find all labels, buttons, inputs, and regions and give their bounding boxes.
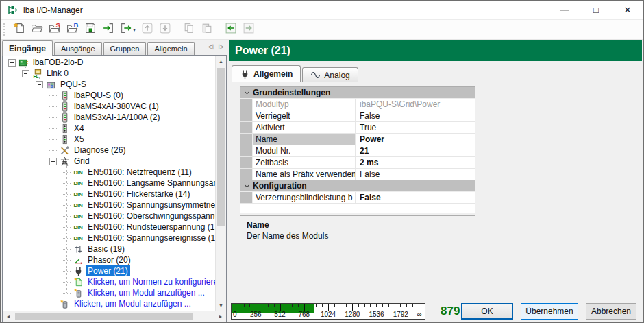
tree-horizontal-scrollbar[interactable]: ◄ ► [3,311,226,322]
description-title: Name [247,220,469,230]
import-icon [102,22,114,37]
detail-tab-analog[interactable]: Analog [302,67,358,82]
property-row[interactable]: Modul Nr.21 [240,145,475,157]
property-value[interactable]: False [356,169,475,180]
tree-item[interactable]: ibaMS4xAI-380VAC (1) [3,101,226,112]
property-value[interactable]: ibaPQU-S\Grid\Power [356,99,475,110]
property-row[interactable]: NamePower [240,134,475,145]
property-section-header[interactable]: Grundeinstellungen [240,87,475,99]
tree-connector [63,172,71,173]
property-value[interactable]: False [356,192,475,203]
gauge-tick-label: 256 [250,311,262,318]
detail-tab-label: Analog [324,71,349,80]
tree-item[interactable]: DINEN50160: Netzfrequenz (11) [3,167,226,178]
scroll-right-icon[interactable]: ► [215,311,226,322]
scroll-down-icon[interactable]: ▼ [216,300,226,311]
tree-item[interactable]: Basic (19) [3,243,226,254]
tree-item-label: EN50160: Spannungsunsymmetrie (15) [86,200,226,211]
tree-item[interactable]: ibaMS3xAI-1A/100A (2) [3,112,226,123]
property-row-gutter [240,134,253,145]
tree-vertical-scrollbar[interactable]: ▲ ▼ [215,56,226,311]
tab-scroll-right-icon[interactable]: ▷ [219,43,224,50]
dropdown-caret-icon[interactable]: ▾ [133,27,136,33]
tree-item[interactable]: DINEN50160: Rundsteuerspannung (17) [3,222,226,232]
property-value[interactable]: False [356,110,475,121]
tab-allgemein[interactable]: Allgemein [147,42,194,55]
ok-button[interactable]: OK [461,303,513,320]
tree-item[interactable]: Diagnose (26) [3,145,226,156]
new-configuration-button[interactable] [11,21,27,38]
toolbar-grip[interactable] [3,23,7,36]
scroll-up-icon[interactable]: ▲ [216,56,226,67]
detail-tab-allgemein[interactable]: Allgemein [232,65,301,82]
import-button[interactable] [100,21,116,38]
property-row[interactable]: AktiviertTrue [240,122,475,134]
tab-eingänge[interactable]: Eingänge [2,40,53,56]
toolbar-separator [177,23,177,36]
apply-button[interactable]: Übernehmen [521,303,578,320]
property-value[interactable]: Power [356,134,475,145]
open-s-button[interactable]: S [47,21,63,38]
chevron-down-icon[interactable] [240,90,253,96]
open-folder-icon [31,22,43,37]
tree-item[interactable]: FLLink 0 [3,68,226,79]
close-button[interactable]: ✕ [612,1,643,19]
expander-icon[interactable] [49,158,57,165]
tree-item[interactable]: DINEN50160: Flickerstärke (14) [3,189,226,200]
toolbar: SB▾ [1,20,643,40]
tree-item[interactable]: Klicken, um Modul anzufügen ... [3,287,226,298]
tab-scroll-left-icon[interactable]: ◁ [208,43,214,50]
tree-item[interactable]: Grid [3,156,226,167]
property-row[interactable]: Name als Präfix verwendenFalse [240,169,475,180]
horizontal-scroll-thumb[interactable] [15,313,193,320]
tree-item[interactable]: X5 [3,134,226,145]
tree-item[interactable]: ibaPQU-S (0) [3,90,226,101]
cancel-button[interactable]: Abbrechen [586,303,636,320]
vertical-scroll-thumb[interactable] [217,68,225,226]
tree-item[interactable]: Klicken, um Modul anzufügen ... [3,298,226,309]
property-row[interactable]: VerriegeltFalse [240,110,475,122]
tab-ausgänge[interactable]: Ausgänge [54,42,102,55]
property-value[interactable]: 2 ms [356,157,475,168]
scroll-left-icon[interactable]: ◄ [3,311,14,322]
tree-item[interactable]: ibaFOB-2io-D [3,57,226,68]
property-row[interactable]: Zeitbasis2 ms [240,157,475,169]
tree-item[interactable]: Phasor (20) [3,254,226,265]
property-row[interactable]: Verzerrungsblindleistung bFalse [240,192,475,204]
tree-item[interactable]: DINEN50160: Spannungsunsymmetrie (15) [3,200,226,211]
tree-item[interactable]: Power (21) [3,265,226,276]
chevron-down-icon[interactable] [240,183,253,189]
module-header: Power (21) [229,40,642,61]
open-b-button[interactable]: B [64,21,81,38]
expander-icon[interactable] [22,70,29,77]
minimize-button[interactable]: — [549,1,580,19]
gauge-tick-label: 1024 [321,311,336,318]
tree-item[interactable]: DINEN50160: Oberschwingungsspannung (1 [3,211,226,222]
property-value[interactable]: True [356,122,475,133]
expander-icon[interactable] [8,59,16,67]
tree-item-label: EN50160: Rundsteuerspannung (17) [86,222,224,232]
tree-item[interactable]: X4 [3,123,226,134]
open-file-button[interactable] [29,21,45,38]
expander-icon[interactable] [36,81,43,88]
tree-item[interactable]: DINEN50160: Spannungsereignisse (18) [3,232,226,243]
tree-item[interactable]: sPQU-S [3,79,226,90]
main-area: EingängeAusgängeGruppenAllgemein◁▷ ibaFO… [1,40,643,322]
maximize-button[interactable]: □ [580,1,612,19]
save-button[interactable] [82,21,99,38]
navigate-back-button[interactable] [223,21,239,38]
gauge-tick-label: 1280 [345,311,360,318]
tab-gruppen[interactable]: Gruppen [103,42,147,55]
connector-icon [59,134,70,145]
gauge-tick-label: 0 [233,311,237,318]
din-label: DIN [74,191,83,198]
export-button[interactable]: ▾ [118,21,138,38]
tree-connector [63,183,71,184]
property-section-header[interactable]: Konfiguration [240,180,475,192]
tree-item[interactable]: DINEN50160: Langsame Spannungsänderun [3,178,226,189]
property-value[interactable]: 21 [356,145,475,156]
module-icon [59,112,70,123]
tree-item[interactable]: Klicken, um Normen zu konfigurieren ... [3,276,226,287]
property-row[interactable]: ModultypibaPQU-S\Grid\Power [240,99,475,110]
description-text: Der Name des Moduls [247,231,469,241]
